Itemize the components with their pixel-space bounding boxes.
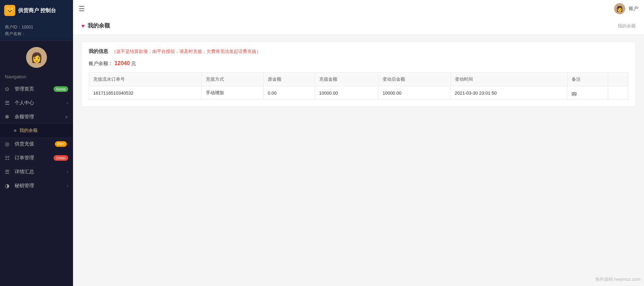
sidebar-item-balance[interactable]: ✻ 余额管理 ∨	[0, 110, 73, 124]
orders-icon: ☷	[5, 155, 12, 161]
cell-time: 2021-03-30 23:01:50	[450, 86, 567, 100]
col-action	[608, 73, 628, 86]
col-remark: 备注	[567, 73, 608, 86]
sidebar-item-orders[interactable]: ☷ 订单管理 Order	[0, 151, 73, 165]
watermark: 海外源码 hwymuz.com	[595, 276, 641, 283]
col-time: 变动时间	[450, 73, 567, 86]
sidebar-item-my-balance-label: 我的余额	[19, 127, 38, 134]
col-after: 变动后金额	[378, 73, 451, 86]
table-header-row: 充值流水订单号 充值方式 原金额 充值金额 变动后金额 变动时间 备注	[89, 73, 628, 86]
col-original: 原金额	[263, 73, 315, 86]
pay-badge: PAY	[55, 141, 67, 147]
profile-icon: ☰	[5, 100, 12, 106]
col-method: 充值方式	[202, 73, 264, 86]
home-badge: home	[54, 86, 68, 92]
merchant-info: 商户ID：10001 商户名称：	[0, 21, 73, 41]
sidebar-item-home[interactable]: ⊙ 管理首页 home	[0, 82, 73, 96]
recharge-table: 充值流水订单号 充值方式 原金额 充值金额 变动后金额 变动时间 备注 161	[89, 72, 628, 100]
sidebar-item-recharge-label: 供货充值	[15, 141, 53, 147]
user-avatar: 👩	[614, 3, 625, 14]
table-header: 充值流水订单号 充值方式 原金额 充值金额 变动后金额 变动时间 备注	[89, 73, 628, 86]
sidebar-item-keys[interactable]: ◑ 秘钥管理 ›	[0, 179, 73, 193]
balance-unit: 元	[131, 61, 136, 66]
keys-arrow-icon: ›	[67, 183, 68, 188]
balance-row: 账户余额： 12040 元	[89, 60, 628, 67]
page-title: ♥ 我的余额	[81, 22, 110, 30]
chevron-right-icon: ›	[67, 101, 68, 105]
logo-icon: 🐱	[4, 5, 15, 16]
balance-icon: ✻	[5, 114, 12, 120]
sidebar-header: 🐱 供货商户 控制台	[0, 0, 73, 21]
recharge-icon: ◎	[5, 141, 12, 147]
summary-icon: ☰	[5, 169, 12, 175]
cell-remark: gg	[567, 86, 608, 100]
info-box: 我的信息 （这不是结算款项，由平台授信，请及时充值，欠费将无法发起话费充值） 账…	[81, 42, 636, 106]
col-order-no: 充值流水订单号	[89, 73, 202, 86]
sidebar-item-my-balance[interactable]: ≡ 我的余额	[0, 124, 73, 137]
breadcrumb-text: 我的余额	[618, 23, 636, 29]
sidebar-title: 供货商户 控制台	[18, 7, 56, 14]
balance-amount: 12040	[114, 60, 130, 66]
sidebar-item-keys-label: 秘钥管理	[15, 183, 67, 189]
page-body: ♥ 我的余额 我的余额 我的信息 （这不是结算款项，由平台授信，请及时充值，欠费…	[73, 17, 644, 286]
order-badge: Order	[54, 155, 68, 161]
top-bar: ☰ 👩 账户	[73, 0, 644, 17]
my-balance-icon: ≡	[14, 128, 17, 133]
chevron-down-icon: ∨	[65, 114, 68, 119]
col-amount: 充值金额	[315, 73, 378, 86]
sidebar-item-recharge[interactable]: ◎ 供货充值 PAY ›	[0, 137, 73, 151]
sidebar: 🐱 供货商户 控制台 商户ID：10001 商户名称： 👩 Navigation…	[0, 0, 73, 286]
hamburger-button[interactable]: ☰	[79, 5, 85, 13]
balance-label: 账户余额：	[89, 61, 113, 66]
summary-arrow-icon: ›	[67, 169, 68, 174]
cell-order-no: 1617116510340532	[89, 86, 202, 100]
sidebar-item-profile-label: 个人中心	[15, 100, 67, 106]
sidebar-item-home-label: 管理首页	[15, 86, 51, 92]
account-label: 账户	[629, 6, 638, 12]
sidebar-item-orders-label: 订单管理	[15, 155, 51, 161]
sidebar-item-balance-label: 余额管理	[15, 114, 65, 120]
info-warning: （这不是结算款项，由平台授信，请及时充值，欠费将无法发起话费充值）	[112, 48, 261, 55]
cell-amount: 10000.00	[315, 86, 378, 100]
avatar-section: 👩	[0, 41, 73, 71]
main-content: ☰ 👩 账户 ♥ 我的余额 我的余额 我的信息 （这不是结算款项，由平台授信，请…	[73, 0, 644, 286]
avatar: 👩	[26, 47, 47, 68]
cell-original: 0.00	[263, 86, 315, 100]
sidebar-item-summary[interactable]: ☰ 详情汇总 ›	[0, 165, 73, 179]
table-row: 1617116510340532 手动增加 0.00 10000.00 1000…	[89, 86, 628, 100]
heart-icon: ♥	[81, 23, 85, 29]
cell-after: 10000.00	[378, 86, 451, 100]
keys-icon: ◑	[5, 183, 12, 189]
merchant-name: 商户名称：	[5, 31, 68, 37]
sidebar-item-profile[interactable]: ☰ 个人中心 ›	[0, 96, 73, 110]
top-bar-right: 👩 账户	[614, 3, 638, 14]
cell-action	[608, 86, 628, 100]
info-title: 我的信息	[89, 48, 108, 55]
cell-method: 手动增加	[202, 86, 264, 100]
breadcrumb: 我的余额	[618, 23, 636, 29]
info-header: 我的信息 （这不是结算款项，由平台授信，请及时充值，欠费将无法发起话费充值）	[89, 48, 628, 55]
sidebar-item-summary-label: 详情汇总	[15, 169, 67, 175]
recharge-arrow-icon: ›	[67, 142, 68, 146]
table-body: 1617116510340532 手动增加 0.00 10000.00 1000…	[89, 86, 628, 100]
content-area: 我的信息 （这不是结算款项，由平台授信，请及时充值，欠费将无法发起话费充值） 账…	[73, 35, 644, 113]
page-title-text: 我的余额	[88, 22, 110, 30]
nav-label: Navigation	[0, 71, 73, 82]
page-header: ♥ 我的余额 我的余额	[73, 17, 644, 35]
merchant-id: 商户ID：10001	[5, 24, 68, 30]
home-icon: ⊙	[5, 86, 12, 92]
